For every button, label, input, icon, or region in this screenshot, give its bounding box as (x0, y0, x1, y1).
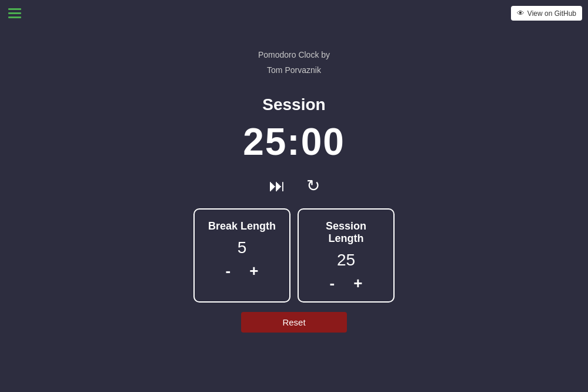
break-length-controls: - + (223, 263, 261, 278)
github-button[interactable]: 👁 View on GitHub (511, 6, 582, 21)
break-increment-button[interactable]: + (247, 263, 260, 278)
play-pause-button[interactable]: ⏭ (264, 175, 290, 197)
play-pause-icon: ⏭ (269, 177, 285, 195)
main-content: Pomodoro Clock by Tom Porvaznik Session … (0, 0, 588, 392)
break-length-value: 5 (238, 238, 247, 257)
timer-display: 25:00 (243, 120, 345, 164)
session-length-title: Session Length (310, 220, 382, 245)
menu-icon[interactable] (8, 8, 21, 18)
session-decrement-button[interactable]: - (328, 275, 338, 291)
github-label: View on GitHub (527, 9, 576, 18)
length-row: Break Length 5 - + Session Length 25 - + (193, 208, 395, 303)
subtitle-line2: Tom Porvaznik (258, 63, 330, 78)
github-icon: 👁 (517, 9, 524, 18)
reset-icon-button[interactable]: ↻ (302, 175, 325, 197)
session-length-value: 25 (337, 251, 355, 270)
session-length-box: Session Length 25 - + (298, 208, 395, 303)
refresh-icon: ↻ (306, 177, 320, 195)
subtitle: Pomodoro Clock by Tom Porvaznik (258, 48, 330, 77)
break-length-box: Break Length 5 - + (193, 208, 290, 303)
subtitle-line1: Pomodoro Clock by (258, 48, 330, 62)
controls-row: ⏭ ↻ (264, 175, 325, 197)
session-increment-button[interactable]: + (351, 275, 365, 291)
session-label: Session (262, 95, 325, 114)
reset-button[interactable]: Reset (241, 312, 346, 333)
break-decrement-button[interactable]: - (223, 263, 233, 278)
session-length-controls: - + (328, 275, 365, 291)
break-length-title: Break Length (208, 220, 276, 232)
